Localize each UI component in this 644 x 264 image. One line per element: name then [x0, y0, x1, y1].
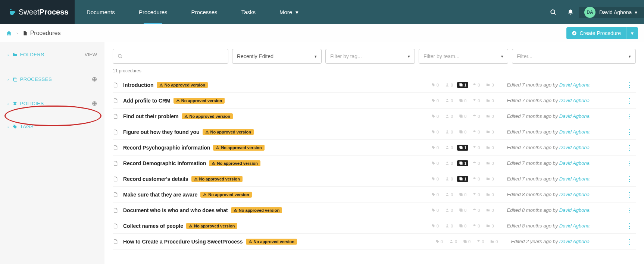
home-icon[interactable]: [6, 30, 12, 36]
filter-tag-select[interactable]: Filter by tag...▾: [325, 49, 415, 64]
user-count[interactable]: 0: [443, 160, 455, 166]
policy-count[interactable]: 0: [471, 145, 482, 151]
user-count[interactable]: 0: [447, 239, 459, 245]
folder-count[interactable]: 0: [484, 98, 495, 104]
author-link[interactable]: David Agbona: [559, 113, 590, 119]
tag-count[interactable]: 0: [429, 192, 441, 198]
filter-select[interactable]: Filter...▾: [512, 49, 636, 64]
user-count[interactable]: 0: [443, 82, 455, 88]
author-link[interactable]: David Agbona: [559, 176, 590, 182]
link-count[interactable]: 1: [457, 145, 468, 151]
author-link[interactable]: David Agbona: [559, 129, 590, 135]
link-count[interactable]: 1: [457, 176, 468, 182]
user-count[interactable]: 0: [443, 223, 455, 229]
link-count[interactable]: 0: [457, 98, 468, 104]
tag-count[interactable]: 0: [429, 145, 441, 151]
user-count[interactable]: 0: [443, 98, 455, 104]
row-menu[interactable]: ⋮: [623, 175, 636, 183]
sidebar-folders[interactable]: › FOLDERS VIEW: [0, 48, 104, 61]
link-count[interactable]: 0: [457, 192, 468, 198]
tag-count[interactable]: 0: [429, 113, 441, 119]
procedure-title[interactable]: Document who is who and who does what: [123, 207, 228, 213]
search-input[interactable]: [125, 53, 223, 59]
row-menu[interactable]: ⋮: [623, 191, 636, 199]
folder-count[interactable]: 0: [484, 82, 495, 88]
tag-count[interactable]: 0: [434, 239, 445, 245]
folder-count[interactable]: 0: [484, 129, 495, 135]
sidebar-folders-action[interactable]: VIEW: [85, 52, 97, 57]
author-link[interactable]: David Agbona: [559, 223, 590, 229]
tag-count[interactable]: 0: [429, 82, 441, 88]
user-count[interactable]: 0: [443, 176, 455, 182]
author-link[interactable]: David Agbona: [559, 98, 590, 103]
nav-tasks[interactable]: Tasks: [229, 0, 268, 24]
policy-count[interactable]: 0: [471, 82, 482, 88]
row-menu[interactable]: ⋮: [623, 112, 636, 120]
link-count[interactable]: 0: [457, 223, 468, 229]
nav-documents[interactable]: Documents: [75, 0, 127, 24]
policy-count[interactable]: 0: [471, 192, 482, 198]
procedure-title[interactable]: How to Create a Procedure Using SweetPro…: [123, 239, 243, 245]
logo[interactable]: SweetProcess: [0, 0, 75, 24]
policy-count[interactable]: 0: [471, 176, 482, 182]
search-box[interactable]: [113, 49, 228, 64]
folder-count[interactable]: 0: [484, 207, 495, 213]
row-menu[interactable]: ⋮: [623, 97, 636, 105]
folder-count[interactable]: 0: [484, 223, 495, 229]
sidebar-policies[interactable]: › POLICIES ⊕: [0, 96, 104, 111]
nav-more[interactable]: More ▾: [268, 0, 310, 24]
nav-procedures[interactable]: Procedures: [127, 0, 179, 24]
search-icon[interactable]: [545, 9, 562, 16]
policy-count[interactable]: 0: [471, 223, 482, 229]
nav-processes[interactable]: Processes: [179, 0, 229, 24]
link-count[interactable]: 0: [457, 113, 468, 119]
add-policy-icon[interactable]: ⊕: [92, 100, 97, 107]
tag-count[interactable]: 0: [429, 98, 441, 104]
author-link[interactable]: David Agbona: [559, 160, 590, 166]
row-menu[interactable]: ⋮: [623, 159, 636, 167]
row-menu[interactable]: ⋮: [623, 238, 636, 246]
author-link[interactable]: David Agbona: [559, 82, 590, 88]
procedure-title[interactable]: Record customer's details: [123, 176, 188, 182]
tag-count[interactable]: 0: [429, 129, 441, 135]
tag-count[interactable]: 0: [429, 160, 441, 166]
procedure-title[interactable]: Add profile to CRM: [123, 98, 171, 104]
user-count[interactable]: 0: [443, 113, 455, 119]
row-menu[interactable]: ⋮: [623, 206, 636, 214]
link-count[interactable]: 0: [457, 129, 468, 135]
row-menu[interactable]: ⋮: [623, 81, 636, 89]
filter-team-select[interactable]: Filter by team...▾: [419, 49, 508, 64]
user-count[interactable]: 0: [443, 192, 455, 198]
folder-count[interactable]: 0: [484, 145, 495, 151]
procedure-title[interactable]: Collect names of people: [123, 223, 183, 229]
folder-count[interactable]: 0: [484, 113, 495, 119]
author-link[interactable]: David Agbona: [559, 192, 590, 197]
user-count[interactable]: 0: [443, 129, 455, 135]
policy-count[interactable]: 0: [475, 239, 486, 245]
procedure-title[interactable]: Make sure that they are aware: [123, 192, 197, 198]
tag-count[interactable]: 0: [429, 207, 441, 213]
procedure-title[interactable]: Find out their problem: [123, 113, 179, 119]
tag-count[interactable]: 0: [429, 176, 441, 182]
procedure-title[interactable]: Record Psychographic information: [123, 145, 210, 151]
user-count[interactable]: 0: [443, 207, 455, 213]
folder-count[interactable]: 0: [484, 160, 495, 166]
author-link[interactable]: David Agbona: [559, 145, 590, 150]
folder-count[interactable]: 0: [484, 192, 495, 198]
tag-count[interactable]: 0: [429, 223, 441, 229]
row-menu[interactable]: ⋮: [623, 128, 636, 136]
policy-count[interactable]: 0: [471, 129, 482, 135]
add-process-icon[interactable]: ⊕: [92, 75, 97, 83]
bell-icon[interactable]: [562, 9, 579, 16]
sidebar-processes[interactable]: › PROCESSES ⊕: [0, 72, 104, 87]
create-dropdown[interactable]: ▾: [626, 27, 638, 39]
folder-count[interactable]: 0: [484, 176, 495, 182]
procedure-title[interactable]: Figure out how they found you: [123, 129, 200, 135]
folder-count[interactable]: 0: [488, 239, 500, 245]
policy-count[interactable]: 0: [471, 113, 482, 119]
policy-count[interactable]: 0: [471, 98, 482, 104]
policy-count[interactable]: 0: [471, 160, 482, 166]
link-count[interactable]: 0: [457, 207, 468, 213]
link-count[interactable]: 0: [461, 239, 472, 245]
user-count[interactable]: 0: [443, 145, 455, 151]
